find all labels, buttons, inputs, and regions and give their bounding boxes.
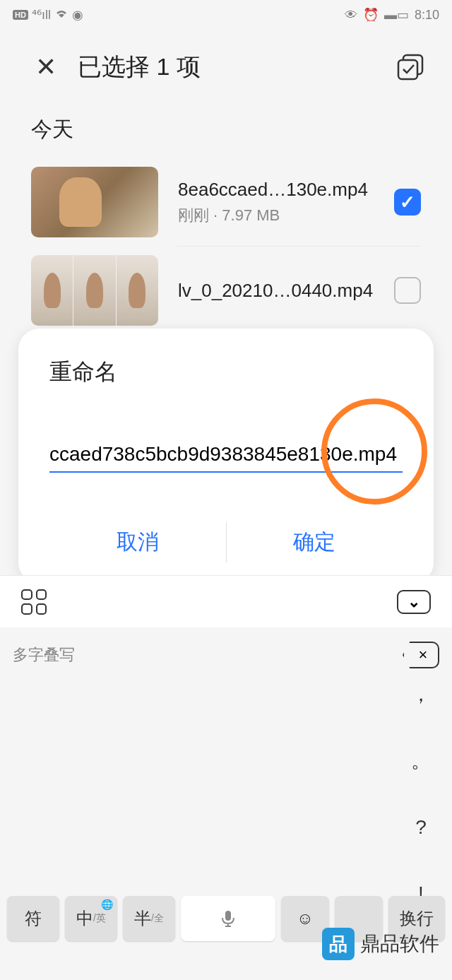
dialog-title: 重命名 — [49, 357, 403, 388]
half-sub: /全 — [151, 912, 164, 925]
cancel-button[interactable]: 取消 — [49, 514, 226, 571]
selection-header: ✕ 已选择 1 项 — [0, 30, 452, 105]
eye-icon: 👁 — [345, 8, 357, 23]
status-right: 👁 ⏰ ▬▭ 8:10 — [345, 7, 439, 23]
status-bar: HD ⁴⁶ıll ◉ 👁 ⏰ ▬▭ 8:10 — [0, 0, 452, 30]
period-key[interactable]: 。 — [411, 749, 431, 773]
wifi-icon — [54, 8, 69, 23]
close-icon[interactable]: ✕ — [35, 52, 56, 82]
status-left: HD ⁴⁶ıll ◉ — [13, 7, 83, 23]
watermark-icon: 品 — [322, 928, 355, 960]
file-row[interactable]: lv_0_20210…0440.mp4 — [0, 247, 452, 334]
halfwidth-key[interactable]: 半/全 — [123, 896, 175, 941]
file-checkbox[interactable] — [394, 189, 421, 216]
clock-text: 8:10 — [415, 8, 439, 23]
space-key[interactable] — [181, 896, 275, 941]
lang-main: 中 — [76, 907, 93, 930]
file-info: lv_0_20210…0440.mp4 — [178, 280, 374, 302]
comma-key[interactable]: ， — [411, 683, 431, 707]
hd-icon: HD — [13, 10, 28, 20]
watermark-text: 鼎品软件 — [360, 931, 439, 957]
signal-icon: ⁴⁶ıll — [32, 7, 51, 23]
file-checkbox[interactable] — [394, 277, 421, 304]
suggestion-text: 多字叠写 — [13, 644, 75, 666]
suggestion-bar: 多字叠写 — [0, 627, 452, 683]
lang-sub: /英 — [93, 912, 106, 925]
rename-dialog: 重命名 取消 确定 — [18, 329, 434, 584]
keyboard-collapse-icon[interactable] — [397, 590, 431, 614]
file-thumbnail — [31, 167, 158, 237]
file-row[interactable]: 8ea6ccaed…130e.mp4 刚刚 · 7.97 MB — [0, 158, 452, 246]
backspace-key[interactable] — [403, 642, 439, 668]
rename-input[interactable] — [49, 437, 403, 473]
file-name: lv_0_20210…0440.mp4 — [178, 280, 374, 302]
question-key[interactable]: ? — [415, 815, 427, 839]
keyboard-grid-icon[interactable] — [21, 589, 47, 615]
battery-icon: ▬▭ — [384, 7, 409, 23]
keyboard-toolbar — [0, 575, 452, 627]
svg-rect-2 — [225, 911, 231, 921]
punctuation-column: ， 。 ? ! — [400, 683, 442, 906]
mic-icon — [218, 908, 239, 929]
dialog-buttons: 取消 确定 — [49, 514, 403, 571]
watermark: 品 鼎品软件 — [322, 928, 439, 960]
confirm-button[interactable]: 确定 — [227, 514, 403, 571]
file-info: 8ea6ccaed…130e.mp4 刚刚 · 7.97 MB — [178, 179, 374, 226]
file-meta: 刚刚 · 7.97 MB — [178, 205, 374, 226]
location-icon: ◉ — [72, 7, 83, 23]
globe-icon: 🌐 — [101, 899, 113, 910]
select-all-button[interactable] — [397, 54, 424, 81]
svg-rect-1 — [398, 60, 417, 79]
symbol-key[interactable]: 符 — [7, 896, 59, 941]
file-thumbnail — [31, 255, 158, 326]
section-today: 今天 — [0, 105, 452, 158]
language-key[interactable]: 🌐 中/英 — [65, 896, 117, 941]
header-title: 已选择 1 项 — [78, 51, 376, 83]
file-name: 8ea6ccaed…130e.mp4 — [178, 179, 374, 201]
alarm-icon: ⏰ — [363, 7, 379, 23]
half-main: 半 — [134, 907, 151, 930]
